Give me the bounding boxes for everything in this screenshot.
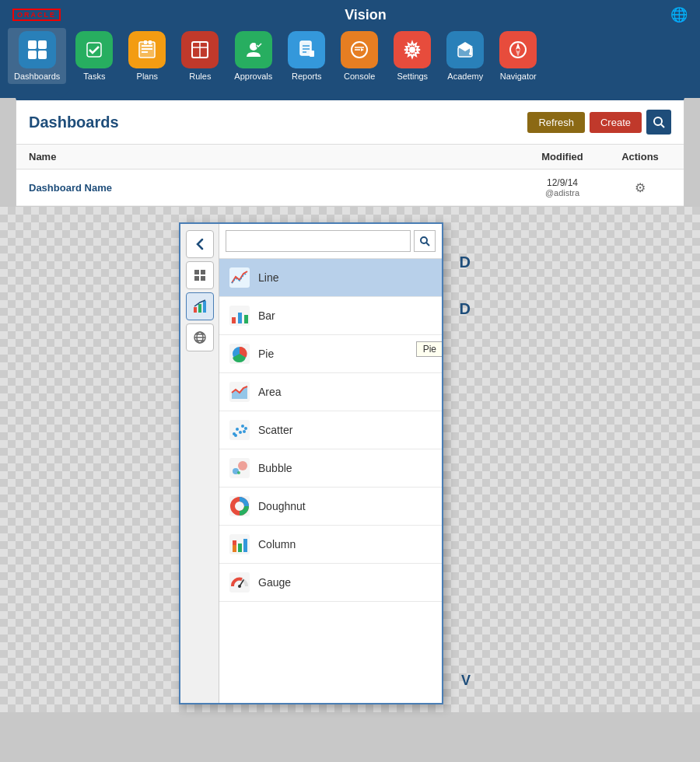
doughnut-chart-icon	[229, 495, 250, 517]
popup-chart-button[interactable]	[186, 292, 214, 320]
nav-rules[interactable]: Rules	[175, 28, 225, 84]
nav-dashboards[interactable]: Dashboards	[8, 28, 66, 84]
console-icon	[341, 31, 378, 68]
popup-search-bar	[219, 224, 442, 259]
dashboards-icon	[19, 31, 56, 68]
svg-point-65	[244, 427, 247, 430]
svg-rect-4	[87, 43, 101, 57]
col-modified-header: Modified	[516, 151, 609, 163]
global-icon: 🌐	[670, 6, 688, 23]
svg-rect-41	[194, 307, 197, 313]
svg-point-70	[238, 461, 247, 470]
popup-grid-button[interactable]	[186, 261, 214, 289]
nav-academy[interactable]: Academy	[440, 28, 490, 84]
top-navigation: ORACLE Vision 🌐 Dashboards	[0, 0, 700, 98]
navigator-icon	[499, 31, 537, 68]
gauge-chart-icon	[229, 572, 250, 593]
chart-item-area[interactable]: Area	[219, 373, 442, 411]
svg-point-49	[421, 237, 427, 243]
svg-point-35	[654, 117, 662, 125]
nav-tasks-label: Tasks	[83, 72, 105, 81]
svg-line-50	[426, 243, 429, 246]
scatter-chart-icon	[229, 419, 250, 441]
svg-rect-60	[229, 420, 250, 440]
line-chart-label: Line	[258, 271, 278, 284]
col-actions-header: Actions	[609, 151, 671, 163]
chart-item-column[interactable]: Column	[219, 526, 442, 564]
nav-approvals-label: Approvals	[234, 72, 272, 81]
svg-rect-55	[244, 315, 248, 323]
nav-academy-label: Academy	[447, 72, 483, 81]
chart-item-bubble[interactable]: Bubble	[219, 449, 442, 488]
chart-item-gauge[interactable]: Gauge	[219, 564, 442, 602]
checker-background: Line Bar	[0, 207, 700, 712]
nav-approvals[interactable]: Approvals	[228, 28, 278, 84]
nav-reports[interactable]: Reports	[282, 28, 331, 84]
academy-icon	[446, 31, 484, 68]
svg-point-64	[241, 425, 244, 428]
nav-console[interactable]: Console	[334, 28, 384, 84]
row-gear-icon[interactable]: ⚙	[635, 181, 646, 194]
gauge-chart-label: Gauge	[258, 576, 291, 589]
approvals-icon	[235, 31, 272, 68]
pie-chart-label: Pie	[258, 348, 274, 360]
create-button[interactable]: Create	[590, 112, 642, 133]
svg-point-67	[243, 430, 246, 433]
svg-point-71	[237, 471, 240, 474]
bubble-chart-icon	[229, 457, 250, 479]
d-label-2: D	[460, 300, 471, 318]
pie-chart-icon	[229, 343, 250, 365]
row-dashboard-name[interactable]: Dashboard Name	[29, 182, 516, 194]
svg-rect-38	[201, 270, 205, 274]
app-title: Vision	[61, 7, 670, 23]
popup-back-button[interactable]	[186, 230, 214, 258]
chart-item-bar[interactable]: Bar	[219, 297, 442, 335]
svg-rect-40	[201, 276, 205, 281]
plans-icon	[128, 31, 166, 68]
nav-plans[interactable]: Plans	[122, 28, 172, 84]
popup-chart-list: Line Bar	[219, 224, 442, 703]
svg-rect-39	[194, 276, 199, 281]
chart-item-pie[interactable]: Pie Pie	[219, 335, 442, 373]
col-name-header: Name	[29, 151, 516, 163]
svg-rect-53	[232, 317, 236, 323]
chart-search-input[interactable]	[226, 230, 411, 252]
nav-navigator[interactable]: Navigator	[493, 28, 543, 84]
svg-point-26	[409, 47, 415, 53]
svg-point-31	[469, 52, 472, 55]
svg-rect-79	[243, 539, 247, 552]
tasks-icon	[75, 31, 113, 68]
header-buttons: Refresh Create	[527, 110, 671, 135]
search-toggle-button[interactable]	[646, 110, 671, 135]
chart-item-doughnut[interactable]: Doughnut	[219, 488, 442, 526]
nav-settings[interactable]: Settings	[387, 28, 437, 84]
svg-point-63	[239, 431, 242, 434]
chart-item-scatter[interactable]: Scatter	[219, 411, 442, 449]
svg-rect-77	[233, 545, 236, 552]
nav-tasks[interactable]: Tasks	[69, 28, 119, 84]
svg-point-82	[238, 585, 241, 588]
svg-rect-42	[198, 304, 201, 313]
refresh-button[interactable]: Refresh	[527, 112, 585, 133]
dashboard-header: Dashboards Refresh Create	[16, 100, 684, 145]
reports-icon	[288, 31, 325, 68]
area-chart-icon	[229, 381, 250, 403]
svg-rect-22	[310, 51, 314, 57]
table-row: Dashboard Name 12/9/14 @adistra ⚙	[16, 170, 684, 206]
table-header: Name Modified Actions	[16, 145, 684, 170]
svg-rect-1	[38, 40, 47, 49]
chart-search-button[interactable]	[414, 230, 436, 252]
svg-rect-17	[300, 41, 311, 55]
nav-dashboards-label: Dashboards	[14, 72, 60, 81]
chart-item-line[interactable]: Line	[219, 259, 442, 297]
nav-bar: Dashboards Tasks	[0, 23, 700, 89]
popup-sidebar	[180, 224, 219, 703]
popup-globe-button[interactable]	[186, 323, 214, 351]
chart-type-popup: Line Bar	[179, 222, 443, 704]
bubble-chart-label: Bubble	[258, 462, 292, 474]
row-modified: 12/9/14 @adistra	[516, 177, 609, 197]
svg-rect-3	[38, 51, 47, 59]
bar-chart-label: Bar	[258, 309, 275, 322]
svg-rect-78	[238, 544, 242, 552]
bar-chart-icon	[229, 305, 250, 327]
